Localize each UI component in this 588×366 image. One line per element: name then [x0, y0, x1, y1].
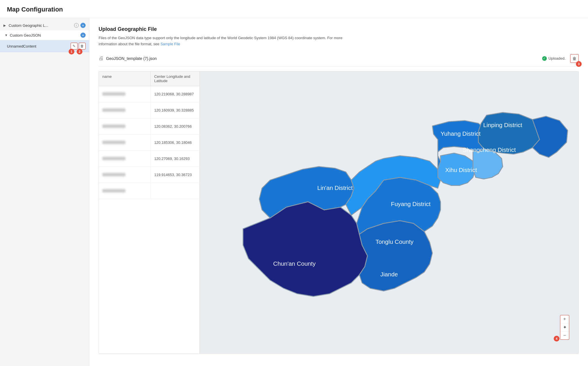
linan-label: Lin'an District [317, 184, 353, 191]
td-coords-6: 119.914653, 30.36723 [151, 167, 199, 183]
td-coords-7 [151, 183, 199, 199]
status-check-icon: ✓ [542, 56, 547, 61]
delete-btn-container: 🗑 3 [570, 54, 579, 63]
sidebar-item-custom-geographic[interactable]: ▶ Custom Geographic L... i + [0, 20, 89, 30]
table-row: 120.27069, 30.16293 [99, 151, 199, 167]
main-layout: ▶ Custom Geographic L... i + ▼ Custom Ge… [0, 18, 588, 366]
td-name-2 [99, 102, 151, 118]
upload-desc-text: Files of the GeoJSON data type support o… [99, 36, 342, 46]
blurred-name-2 [102, 108, 125, 112]
sidebar-sub-label: Custom GeoJSON [10, 33, 80, 37]
td-coords-5: 120.27069, 30.16293 [151, 151, 199, 167]
blurred-name-3 [102, 124, 125, 128]
file-name: GeoJSON_template (7).json [106, 56, 542, 61]
fuyang-label: Fuyang District [391, 201, 431, 207]
sidebar: ▶ Custom Geographic L... i + ▼ Custom Ge… [0, 18, 89, 366]
td-name-3 [99, 118, 151, 134]
td-name-7 [99, 183, 151, 199]
table-map-container: name Center Longitude and Latitude 120.2… [99, 71, 579, 354]
add-layer-button[interactable]: + [80, 23, 86, 28]
badge-3: 3 [576, 61, 582, 67]
col-coords-header: Center Longitude and Latitude [151, 71, 199, 86]
td-name-6 [99, 167, 151, 183]
blurred-name-6 [102, 173, 125, 176]
table-row: 119.914653, 30.36723 [99, 167, 199, 183]
badge-2: 2 [77, 49, 82, 54]
upload-status: ✓ Uploaded. [542, 56, 566, 61]
chunan-label: Chun'an County [273, 260, 316, 267]
badge-4: 4 [554, 336, 559, 342]
file-icon: 🖨 [99, 55, 104, 61]
file-row: 🖨 GeoJSON_template (7).json ✓ Uploaded. … [99, 54, 579, 67]
content-item-container: UnnamedContent ✎ 🗑 1 2 [0, 40, 89, 52]
badge-1: 1 [69, 49, 74, 54]
td-coords-3: 120.08362, 30.200766 [151, 118, 199, 134]
td-name-1 [99, 86, 151, 102]
app-container: Map Configuration ▶ Custom Geographic L.… [0, 0, 588, 366]
table-header: name Center Longitude and Latitude [99, 71, 199, 86]
table-row: 120.08362, 30.200766 [99, 118, 199, 135]
sidebar-icons: i + [74, 23, 86, 28]
shangcheng-label: Shangcheng District [463, 146, 516, 153]
table-row: 120.185306, 30.18046 [99, 135, 199, 151]
arrow-icon: ▶ [3, 24, 7, 27]
td-coords-2: 120.160939, 30.328885 [151, 102, 199, 118]
map-area: Linping District Yuhang District Shangch… [200, 71, 578, 354]
linping-label: Linping District [483, 122, 523, 128]
tonglu-label: Tonglu County [376, 238, 414, 245]
blurred-name-4 [102, 141, 125, 144]
content-item-row[interactable]: UnnamedContent ✎ 🗑 [0, 40, 89, 52]
upload-desc: Files of the GeoJSON data type support o… [99, 35, 358, 47]
geo-table: name Center Longitude and Latitude 120.2… [99, 71, 200, 354]
reset-view-button[interactable]: ✦ [560, 323, 569, 331]
page-title: Map Configuration [0, 0, 588, 18]
sidebar-sub-item-geojson: ▼ Custom GeoJSON + [0, 30, 89, 40]
xihu-label: Xihu District [445, 166, 477, 173]
info-icon[interactable]: i [74, 23, 79, 28]
jiande-label: Jiande [380, 271, 398, 278]
td-coords-4: 120.185306, 30.18046 [151, 135, 199, 150]
content-item-actions: ✎ 🗑 [71, 43, 86, 50]
map-controls: + ✦ − [560, 315, 569, 340]
td-coords-1: 120.219068, 30.288987 [151, 86, 199, 102]
status-text: Uploaded. [549, 56, 566, 61]
main-content: Upload Geographic File Files of the GeoJ… [89, 18, 588, 366]
yuhang-label: Yuhang District [440, 130, 480, 137]
sidebar-sub-icons: + [80, 33, 86, 38]
sidebar-item-custom-geojson[interactable]: ▼ Custom GeoJSON + [0, 30, 89, 40]
blurred-name-5 [102, 157, 125, 160]
col-name-header: name [99, 71, 151, 86]
blurred-name-7 [102, 189, 125, 193]
td-name-4 [99, 135, 151, 150]
add-geojson-button[interactable]: + [80, 33, 86, 38]
content-item-label: UnnamedContent [7, 44, 71, 48]
sample-file-link[interactable]: Sample File [161, 42, 180, 46]
sidebar-item-label: Custom Geographic L... [9, 23, 74, 28]
blurred-name-1 [102, 92, 125, 96]
arrow-expanded-icon: ▼ [5, 33, 9, 37]
table-row: 120.219068, 30.288987 [99, 86, 199, 102]
table-row: 120.160939, 30.328885 [99, 102, 199, 118]
upload-title: Upload Geographic File [99, 26, 579, 32]
zoom-out-button[interactable]: − [560, 331, 569, 339]
td-name-5 [99, 151, 151, 167]
table-row [99, 183, 199, 199]
zoom-in-button[interactable]: + [560, 315, 569, 323]
map-svg: Linping District Yuhang District Shangch… [200, 71, 578, 354]
